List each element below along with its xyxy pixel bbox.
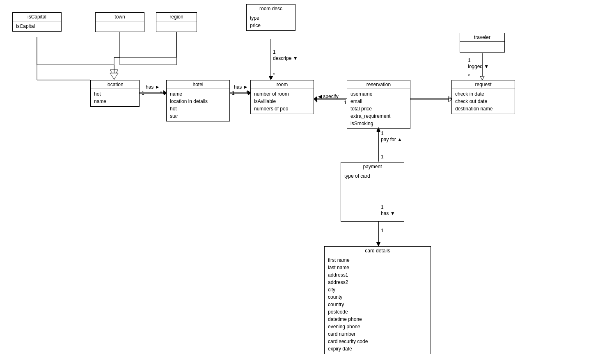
entity-region-body <box>156 21 197 32</box>
label-has-location-hotel: has ► <box>146 84 160 90</box>
entity-location-title: location <box>91 80 139 89</box>
label-pay-for: pay for ▲ <box>381 137 402 142</box>
entity-request-title: request <box>452 80 515 89</box>
label-pay-for-1-top: 1 <box>381 130 384 136</box>
attr-destination-name: destination name <box>455 105 511 112</box>
attr-price: price <box>250 22 292 29</box>
entity-town: town <box>95 12 144 32</box>
attr-card-number: card number <box>328 330 427 338</box>
entity-region-title: region <box>156 13 197 21</box>
attr-address1: address1 <box>328 271 427 279</box>
entity-card-details: card details first name last name addres… <box>324 246 431 354</box>
entity-hotel-body: name location in details hot star <box>167 89 229 121</box>
svg-marker-23 <box>449 96 451 101</box>
entity-card-details-title: card details <box>325 247 431 255</box>
svg-marker-21 <box>480 76 484 80</box>
entity-room-desc-body: type price <box>247 13 295 30</box>
label-logged: logged ▼ <box>468 64 489 69</box>
entity-traveler-title: traveler <box>460 33 504 42</box>
attr-total-price: total price <box>350 105 407 112</box>
entity-traveler: traveler <box>460 33 505 53</box>
entity-payment-title: payment <box>341 163 404 171</box>
attr-evening-phone: evening phone <box>328 323 427 330</box>
attr-check-in-date: check in date <box>455 90 511 98</box>
entity-payment-body: type of card <box>341 171 404 181</box>
attr-county: county <box>328 293 427 301</box>
attr-last-name: last name <box>328 264 427 271</box>
attr-type-of-card: type of card <box>344 172 401 180</box>
attr-first-name: first name <box>328 256 427 264</box>
label-has-payment-card-1-top: 1 <box>381 204 384 210</box>
entity-city-body: isCapital <box>13 21 61 31</box>
attr-isAviliable: isAviliable <box>254 98 310 105</box>
entity-city-title: isCapital <box>13 13 61 21</box>
label-has-payment-card-1-bottom: 1 <box>381 228 384 234</box>
attr-isSmoking: isSmoking <box>350 120 407 127</box>
entity-room-desc-title: room desc <box>247 5 295 13</box>
diagram-lines <box>0 0 591 364</box>
label-describes-star: * <box>273 72 275 78</box>
svg-marker-2 <box>110 70 118 76</box>
attr-hotel-hot: hot <box>170 105 226 112</box>
diagram-container: isCapital isCapital town region room des… <box>0 0 591 364</box>
attr-datetime-phone: datetime phone <box>328 316 427 323</box>
entity-hotel-title: hotel <box>167 80 229 89</box>
attr-address2: address2 <box>328 279 427 286</box>
attr-check-out-date: check out date <box>455 98 511 105</box>
label-mult-1-location: 1 <box>142 90 144 96</box>
label-mult-star-room: * <box>246 90 248 96</box>
attr-isCapital: isCapital <box>16 23 58 30</box>
attr-hotel-star: star <box>170 112 226 120</box>
attr-city: city <box>328 286 427 293</box>
attr-hotel-name: name <box>170 90 226 98</box>
entity-room: room number of room isAviliable numbers … <box>250 80 314 114</box>
entity-region: region <box>156 12 197 32</box>
label-logged-star: * <box>468 73 470 79</box>
entity-location: location hot name <box>90 80 140 107</box>
label-has-payment-card: has ▼ <box>381 211 395 216</box>
attr-card-security-code: card security code <box>328 338 427 345</box>
attr-username: username <box>350 90 407 98</box>
attr-number-of-room: number of room <box>254 90 310 98</box>
attr-postcode: postcode <box>328 308 427 316</box>
attr-country: country <box>328 301 427 308</box>
label-pay-for-1-bottom: 1 <box>381 154 384 160</box>
entity-request: request check in date check out date des… <box>451 80 515 114</box>
attr-email: email <box>350 98 407 105</box>
attr-hotel-location: location in details <box>170 98 226 105</box>
entity-town-body <box>96 21 144 32</box>
label-specify: ◀ specify <box>318 94 339 99</box>
entity-room-desc: room desc type price <box>246 4 296 31</box>
entity-reservation-body: username email total price extra_require… <box>347 89 410 128</box>
svg-marker-13 <box>269 76 273 80</box>
entity-reservation-title: reservation <box>347 80 410 89</box>
entity-request-body: check in date check out date destination… <box>452 89 515 114</box>
label-describes: descripe ▼ <box>273 55 298 61</box>
label-logged-1: 1 <box>468 57 471 63</box>
entity-reservation: reservation username email total price e… <box>347 80 410 129</box>
svg-marker-9 <box>163 90 166 94</box>
attr-expiry-date: expiry date <box>328 345 427 353</box>
entity-traveler-body <box>460 42 504 52</box>
attr-hot: hot <box>94 90 136 98</box>
entity-room-body: number of room isAviliable numbers of pe… <box>251 89 314 114</box>
label-mult-1-specify-res: 1 <box>344 100 347 105</box>
attr-extra-requirement: extra_requirement <box>350 112 407 120</box>
entity-room-title: room <box>251 80 314 89</box>
attr-numbers-of-peo: numbers of peo <box>254 105 310 112</box>
label-has-hotel-room: has ► <box>234 84 248 90</box>
attr-name: name <box>94 98 136 105</box>
label-mult-1-hotel: 1 <box>232 90 235 96</box>
attr-type: type <box>250 14 292 22</box>
entity-location-body: hot name <box>91 89 139 106</box>
label-mult-star-hotel: * <box>160 90 162 96</box>
entity-hotel: hotel name location in details hot star <box>166 80 230 121</box>
label-mult-star-specify-room: * <box>316 100 318 105</box>
label-describes-1: 1 <box>273 49 276 55</box>
entity-card-details-body: first name last name address1 address2 c… <box>325 255 431 354</box>
svg-marker-19 <box>376 242 380 246</box>
entity-city: isCapital isCapital <box>12 12 62 32</box>
entity-town-title: town <box>96 13 144 21</box>
